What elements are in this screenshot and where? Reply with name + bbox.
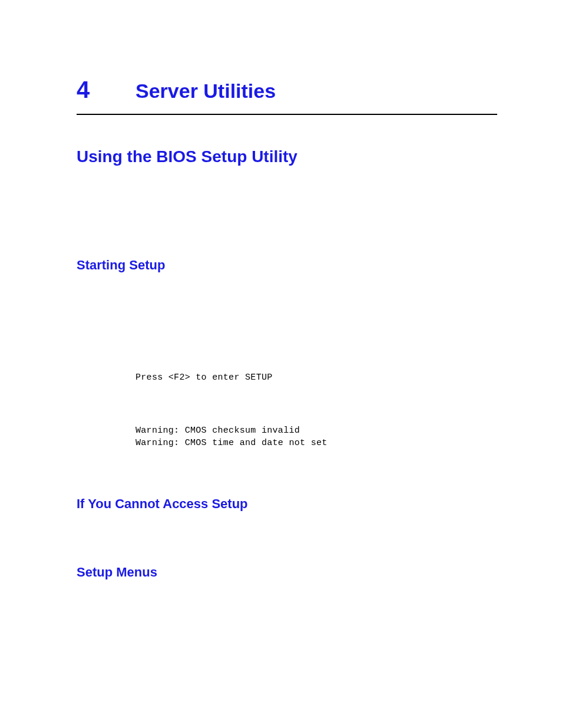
spacer <box>77 384 497 425</box>
chapter-header: 4 Server Utilities <box>77 77 497 115</box>
section-heading: Using the BIOS Setup Utility <box>77 147 497 166</box>
subsection-setup-menus: Setup Menus <box>77 565 497 580</box>
spacer <box>77 285 497 372</box>
spacer <box>77 449 497 496</box>
code-line-warning-checksum: Warning: CMOS checksum invalid <box>135 425 497 437</box>
chapter-number: 4 <box>77 77 135 103</box>
spacer <box>77 523 497 565</box>
subsection-starting-setup: Starting Setup <box>77 258 497 273</box>
subsection-cannot-access: If You Cannot Access Setup <box>77 496 497 512</box>
code-line-warning-time: Warning: CMOS time and date not set <box>135 437 497 449</box>
document-page: 4 Server Utilities Using the BIOS Setup … <box>0 0 562 580</box>
code-line-press-f2: Press <F2> to enter SETUP <box>135 372 497 384</box>
chapter-title: Server Utilities <box>135 80 276 103</box>
